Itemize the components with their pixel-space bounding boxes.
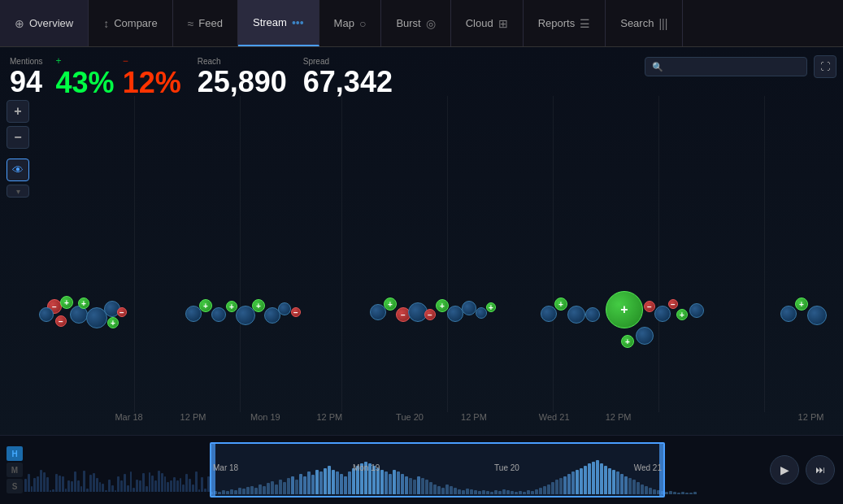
nav-feed[interactable]: ≈ Feed xyxy=(173,0,238,46)
tl-12pm-2: 12 PM xyxy=(316,412,342,422)
bubble-b21[interactable] xyxy=(780,306,797,322)
bubble-g10[interactable]: + xyxy=(554,298,567,311)
bubble-g8[interactable]: + xyxy=(436,299,449,312)
bubble-r2[interactable]: − xyxy=(55,315,67,327)
bubble-b22[interactable] xyxy=(807,306,827,325)
bubble-b14[interactable] xyxy=(476,307,487,319)
stream-search-bar[interactable]: 🔍 xyxy=(645,57,807,76)
bubble-b6[interactable] xyxy=(211,307,226,322)
hms-hour-button[interactable]: H xyxy=(7,446,23,461)
nav-reports[interactable]: Reports ☰ xyxy=(524,0,606,46)
bubble-g1[interactable]: + xyxy=(60,296,73,309)
nav-compare[interactable]: ↕ Compare xyxy=(89,0,172,46)
search-icon: 🔍 xyxy=(652,62,663,72)
tl-12pm-3: 12 PM xyxy=(461,412,487,422)
nav-overview[interactable]: ⊕ Overview xyxy=(0,0,89,46)
mini-bar-118 xyxy=(689,493,693,494)
nav-cloud[interactable]: Cloud ⊞ xyxy=(451,0,524,46)
bubble-g6[interactable]: + xyxy=(252,299,265,312)
reach-value: 25,890 xyxy=(198,67,287,97)
map-icon: ○ xyxy=(359,17,366,30)
mini-bar-115 xyxy=(677,493,680,494)
bubble-b20[interactable] xyxy=(636,327,654,345)
nav-map-label: Map xyxy=(334,17,354,29)
nodes-layer: − + − + + − + + + − + − − + xyxy=(0,47,843,435)
compare-icon: ↕ xyxy=(103,17,109,30)
nav-reports-label: Reports xyxy=(538,17,576,29)
nav-compare-label: Compare xyxy=(114,17,157,29)
timeline-labels: Mar 18 12 PM Mon 19 12 PM Tue 20 12 PM W… xyxy=(41,412,843,428)
nav-feed-label: Feed xyxy=(198,17,223,29)
bubble-r8[interactable]: − xyxy=(668,299,678,309)
timeline-strip: H M S Mar 18 Mon 19 Tue 20 Wed 21 ▶ xyxy=(0,435,843,504)
eye-sub-button[interactable]: ▾ xyxy=(7,185,29,198)
stream-search-input[interactable] xyxy=(667,61,800,72)
bubble-b9[interactable] xyxy=(278,302,291,315)
nav-overview-label: Overview xyxy=(29,17,73,29)
bubble-b13[interactable] xyxy=(462,301,476,315)
eye-filter-button[interactable]: 👁 xyxy=(7,159,29,181)
bubble-b15[interactable] xyxy=(541,306,557,322)
nav-stream-label: Stream xyxy=(253,16,287,28)
negative-group: − 12% xyxy=(123,55,181,98)
bubble-r7[interactable]: − xyxy=(644,301,655,312)
fullscreen-button[interactable]: ⛶ xyxy=(814,55,836,78)
cloud-icon: ⊞ xyxy=(498,17,508,30)
range-label-mar18: Mar 18 xyxy=(213,463,238,472)
fullscreen-icon: ⛶ xyxy=(820,61,830,72)
bubble-b2[interactable] xyxy=(39,307,54,322)
mentions-value: 94 xyxy=(10,67,43,97)
hms-buttons: H M S xyxy=(7,446,23,493)
bubble-g4[interactable]: + xyxy=(199,299,212,312)
nav-search-label: Search xyxy=(620,17,654,29)
nav-search[interactable]: Search ||| xyxy=(606,0,683,46)
nav-burst[interactable]: Burst ◎ xyxy=(381,0,450,46)
overview-icon: ⊕ xyxy=(15,17,24,30)
nav-stream[interactable]: Stream ••• xyxy=(238,0,319,46)
hms-minute-button[interactable]: M xyxy=(7,463,23,477)
play-icon: ▶ xyxy=(780,463,789,476)
nav-burst-label: Burst xyxy=(396,17,420,29)
zoom-in-button[interactable]: + xyxy=(7,100,29,123)
tl-mar18: Mar 18 xyxy=(115,412,142,422)
bubble-r6[interactable]: − xyxy=(424,309,436,320)
mentions-group: Mentions 94 xyxy=(10,57,43,97)
bubble-b12[interactable] xyxy=(447,306,463,322)
spread-value: 67,342 xyxy=(303,67,393,97)
hms-second-button[interactable]: S xyxy=(7,479,23,493)
bubble-g11[interactable]: + xyxy=(676,309,688,320)
bubble-r4[interactable]: − xyxy=(291,307,301,317)
left-controls: + − 👁 ▾ xyxy=(7,100,29,198)
spread-group: Spread 67,342 xyxy=(303,57,393,97)
skip-button[interactable]: ⏭ xyxy=(806,455,835,484)
plus-icon: + xyxy=(56,55,62,67)
playback-controls: ▶ ⏭ xyxy=(770,455,835,484)
tl-wed21: Wed 21 xyxy=(539,412,570,422)
nav-cloud-label: Cloud xyxy=(466,17,493,29)
bubble-b19[interactable] xyxy=(689,303,704,318)
bubble-g3[interactable]: + xyxy=(107,317,119,328)
plus-icon: + xyxy=(14,104,21,119)
bubble-g12[interactable]: + xyxy=(621,335,634,348)
bubble-b17[interactable] xyxy=(585,307,600,322)
negative-value: 12% xyxy=(123,68,181,98)
bubble-g2[interactable]: + xyxy=(78,298,89,309)
bubble-b18[interactable] xyxy=(654,306,671,322)
bubble-g13[interactable]: + xyxy=(795,298,808,311)
bubble-g9[interactable]: + xyxy=(486,302,496,312)
mini-bar-114 xyxy=(673,492,676,494)
range-label-wed21: Wed 21 xyxy=(634,463,662,472)
reach-group: Reach 25,890 xyxy=(198,57,287,97)
play-button[interactable]: ▶ xyxy=(770,455,799,484)
bubble-g7[interactable]: + xyxy=(384,298,397,311)
stats-bar: Mentions 94 + 43% − 12% Reach 25, xyxy=(10,55,393,98)
bubble-g5[interactable]: + xyxy=(226,301,237,312)
positive-label: + xyxy=(56,55,115,67)
bubble-g-large[interactable]: + xyxy=(606,291,643,328)
bubble-b16[interactable] xyxy=(567,306,585,324)
zoom-out-button[interactable]: − xyxy=(7,126,29,149)
burst-icon: ◎ xyxy=(426,17,436,30)
pre-range-bars xyxy=(24,448,210,492)
bubble-r3[interactable]: − xyxy=(117,307,127,317)
nav-map[interactable]: Map ○ xyxy=(319,0,382,46)
